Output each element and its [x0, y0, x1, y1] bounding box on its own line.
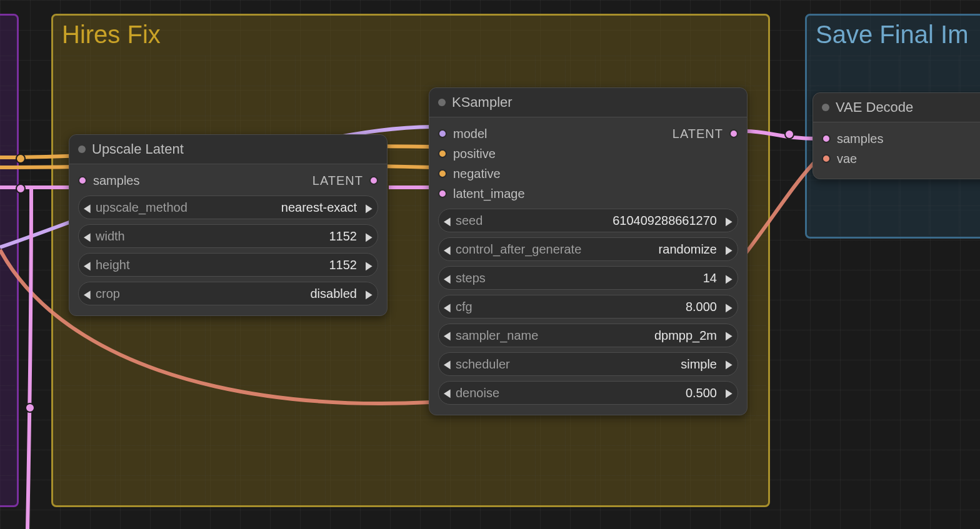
widget-value: 8.000: [686, 300, 717, 314]
chevron-right-icon[interactable]: ▶: [726, 300, 732, 314]
widget-value: 0.500: [686, 386, 717, 400]
chevron-left-icon[interactable]: ◀: [84, 287, 91, 300]
input-port-samples[interactable]: [78, 176, 87, 185]
chevron-right-icon[interactable]: ▶: [726, 387, 732, 400]
widget-label: cfg: [456, 300, 472, 314]
group-frame-left[interactable]: [0, 14, 19, 507]
widget-steps[interactable]: ◀steps 14▶: [438, 266, 738, 290]
chevron-right-icon[interactable]: ▶: [366, 287, 372, 300]
widget-label: steps: [456, 271, 486, 285]
widget-scheduler[interactable]: ◀scheduler simple▶: [438, 352, 738, 376]
widget-label: crop: [96, 287, 120, 301]
group-title: Save Final Im: [807, 16, 980, 49]
widget-label: scheduler: [456, 357, 510, 372]
widget-upscale-method[interactable]: ◀upscale_method nearest-exact▶: [78, 195, 378, 219]
widget-label: sampler_name: [456, 329, 538, 343]
chevron-left-icon[interactable]: ◀: [84, 201, 91, 214]
output-label: LATENT: [672, 127, 723, 141]
widget-denoise[interactable]: ◀denoise 0.500▶: [438, 381, 738, 405]
widget-value: dpmpp_2m: [654, 329, 717, 343]
node-collapse-dot-icon[interactable]: [438, 99, 446, 106]
chevron-right-icon[interactable]: ▶: [366, 201, 372, 214]
node-header[interactable]: Upscale Latent: [69, 135, 387, 164]
input-label: latent_image: [453, 187, 525, 201]
widget-control-after-generate[interactable]: ◀control_after_generate randomize▶: [438, 237, 738, 261]
group-title: Hires Fix: [53, 16, 768, 49]
output-label: LATENT: [312, 174, 363, 188]
reroute-port[interactable]: [25, 403, 35, 413]
reroute-port[interactable]: [16, 184, 26, 194]
chevron-left-icon[interactable]: ◀: [84, 230, 91, 243]
input-port-samples[interactable]: [822, 134, 831, 143]
node-upscale-latent[interactable]: Upscale Latent samples LATENT ◀upscale_m…: [69, 134, 388, 316]
node-collapse-dot-icon[interactable]: [822, 104, 829, 111]
widget-value: randomize: [659, 242, 717, 257]
node-ksampler[interactable]: KSampler model LATENT positive negative: [429, 87, 748, 415]
chevron-left-icon[interactable]: ◀: [444, 300, 451, 314]
widget-height[interactable]: ◀height 1152▶: [78, 253, 378, 277]
input-port-latent-image[interactable]: [438, 189, 447, 198]
node-vae-decode[interactable]: VAE Decode samples vae: [812, 92, 980, 179]
widget-value: 14: [703, 271, 717, 285]
input-port-vae[interactable]: [822, 154, 831, 163]
widget-crop[interactable]: ◀crop disabled▶: [78, 282, 378, 305]
widget-value: nearest-exact: [281, 200, 357, 215]
output-port-latent[interactable]: [729, 129, 738, 138]
node-title: Upscale Latent: [92, 141, 184, 157]
chevron-left-icon[interactable]: ◀: [444, 243, 451, 256]
input-label: model: [453, 127, 487, 141]
widget-label: seed: [456, 214, 482, 228]
chevron-left-icon[interactable]: ◀: [84, 259, 91, 272]
chevron-right-icon[interactable]: ▶: [366, 230, 372, 243]
chevron-right-icon[interactable]: ▶: [726, 214, 732, 227]
chevron-left-icon[interactable]: ◀: [444, 329, 451, 342]
input-label: vae: [837, 152, 857, 166]
chevron-left-icon[interactable]: ◀: [444, 387, 451, 400]
node-header[interactable]: KSampler: [429, 88, 747, 117]
widget-width[interactable]: ◀width 1152▶: [78, 224, 378, 248]
chevron-left-icon[interactable]: ◀: [444, 214, 451, 227]
widget-value: 1152: [329, 258, 358, 272]
widget-label: upscale_method: [96, 200, 188, 215]
widget-value: disabled: [310, 287, 357, 301]
input-port-negative[interactable]: [438, 169, 447, 178]
input-label: samples: [93, 174, 139, 188]
node-collapse-dot-icon[interactable]: [78, 146, 86, 153]
widget-label: width: [96, 229, 125, 244]
chevron-right-icon[interactable]: ▶: [366, 259, 372, 272]
input-label: samples: [837, 132, 883, 146]
input-label: positive: [453, 147, 496, 161]
reroute-port[interactable]: [784, 129, 794, 139]
input-label: negative: [453, 167, 501, 181]
widget-value: 1152: [329, 229, 358, 244]
widget-value: 610409288661270: [612, 214, 717, 228]
chevron-right-icon[interactable]: ▶: [726, 329, 732, 342]
input-port-positive[interactable]: [438, 149, 447, 158]
widget-cfg[interactable]: ◀cfg 8.000▶: [438, 295, 738, 319]
widget-seed[interactable]: ◀seed 610409288661270▶: [438, 209, 738, 232]
chevron-left-icon[interactable]: ◀: [444, 272, 451, 285]
chevron-right-icon[interactable]: ▶: [726, 243, 732, 256]
node-title: KSampler: [452, 94, 512, 111]
chevron-right-icon[interactable]: ▶: [726, 358, 732, 371]
widget-value: simple: [681, 357, 717, 372]
widget-label: denoise: [456, 386, 499, 400]
input-port-model[interactable]: [438, 129, 447, 138]
node-header[interactable]: VAE Decode: [813, 93, 980, 122]
widget-label: control_after_generate: [456, 242, 581, 257]
widget-sampler-name[interactable]: ◀sampler_name dpmpp_2m▶: [438, 324, 738, 347]
chevron-left-icon[interactable]: ◀: [444, 358, 451, 371]
node-title: VAE Decode: [836, 99, 913, 116]
widget-label: height: [96, 258, 130, 272]
output-port-latent[interactable]: [369, 176, 378, 185]
reroute-port[interactable]: [16, 154, 26, 164]
chevron-right-icon[interactable]: ▶: [726, 272, 732, 285]
